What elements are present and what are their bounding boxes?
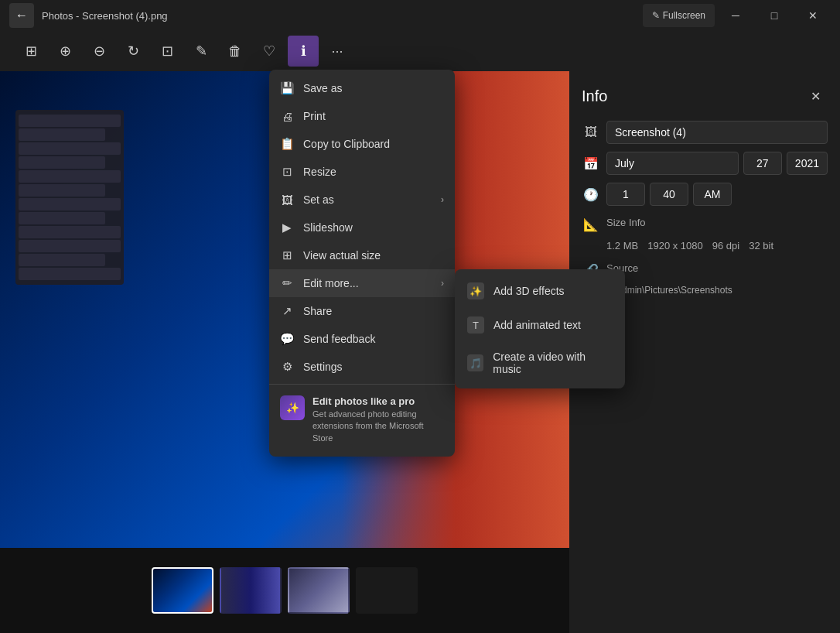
period-field[interactable]: AM (693, 183, 732, 206)
print-icon: 🖨 (280, 109, 294, 123)
favorite-button[interactable]: ♡ (254, 36, 285, 67)
edit-more-icon: ✏ (280, 276, 294, 290)
feedback-icon: 💬 (280, 332, 294, 346)
promo-subtitle: Get advanced photo editing extensions fr… (312, 409, 444, 444)
menu-item-save-as[interactable]: 💾 Save as (269, 74, 455, 102)
menu-separator (269, 384, 455, 385)
day-field[interactable]: 27 (743, 152, 782, 175)
info-close-button[interactable]: ✕ (803, 84, 828, 108)
bit-depth: 32 bit (749, 240, 773, 251)
3d-effects-icon: ✨ (467, 282, 484, 299)
settings-icon: ⚙ (280, 360, 294, 374)
set-as-arrow: › (441, 194, 444, 205)
share-label: Share (303, 305, 444, 317)
minimize-button[interactable]: ─ (718, 4, 753, 27)
menu-item-copy[interactable]: 📋 Copy to Clipboard (269, 130, 455, 158)
month-field[interactable]: July (606, 152, 739, 175)
hour-field[interactable]: 1 (606, 183, 645, 206)
submenu-animated-text[interactable]: T Add animated text (455, 308, 625, 342)
zoom-in-icon: ⊕ (60, 43, 71, 60)
promo-text: Edit photos like a pro Get advanced phot… (312, 395, 444, 444)
date-row: 📅 July 27 2021 (582, 152, 828, 175)
menu-item-share[interactable]: ↗ Share (269, 297, 455, 325)
filename-field[interactable]: Screenshot (4) (606, 121, 828, 144)
menu-item-feedback[interactable]: 💬 Send feedback (269, 325, 455, 353)
menu-item-edit-more[interactable]: ✏ Edit more... › ✨ Add 3D effects T Add … (269, 269, 455, 297)
promo-icon: ✨ (280, 395, 305, 420)
fullscreen-button[interactable]: ✎ Fullscreen (643, 4, 715, 27)
feedback-label: Send feedback (303, 333, 444, 345)
minute-field[interactable]: 40 (650, 183, 688, 206)
view-actual-label: View actual size (303, 249, 444, 262)
share-icon: ↗ (280, 304, 294, 318)
time-fields: 1 40 AM (606, 183, 828, 206)
size-details: 1.2 MB 1920 x 1080 96 dpi 32 bit (582, 240, 828, 251)
close-button[interactable]: ✕ (795, 4, 831, 27)
slideshow-label: Slideshow (303, 221, 444, 234)
zoom-out-icon: ⊖ (94, 43, 105, 60)
draw-icon: ✎ (196, 43, 207, 60)
source-path: ...\admin\Pictures\Screenshots (606, 285, 732, 296)
info-title: Info (582, 87, 607, 105)
more-button[interactable]: ··· (322, 36, 353, 67)
resize-icon: ⊡ (280, 165, 294, 179)
zoom-out-button[interactable]: ⊖ (84, 36, 114, 67)
thumbnail-4[interactable] (356, 567, 418, 614)
promo-title: Edit photos like a pro (312, 395, 444, 407)
menu-item-view-actual[interactable]: ⊞ View actual size (269, 241, 455, 269)
view-actual-icon: ⊞ (280, 248, 294, 262)
copy-label: Copy to Clipboard (303, 138, 444, 150)
submenu-video-music[interactable]: 🎵 Create a video with music (455, 342, 625, 384)
edit-more-submenu: ✨ Add 3D effects T Add animated text 🎵 C… (455, 269, 625, 388)
3d-effects-label: Add 3D effects (493, 285, 565, 297)
more-menu: 💾 Save as 🖨 Print 📋 Copy to Clipboard ⊡ … (269, 70, 455, 457)
crop-icon: ⊡ (162, 43, 173, 60)
settings-label: Settings (303, 361, 444, 373)
thumbnail-strip (0, 548, 569, 633)
menu-promo-item[interactable]: ✨ Edit photos like a pro Get advanced ph… (269, 388, 455, 452)
delete-icon: 🗑 (228, 43, 242, 60)
animated-text-icon: T (467, 316, 484, 334)
thumbnail-2[interactable] (220, 567, 282, 614)
calendar-icon: 📅 (582, 154, 600, 173)
menu-item-slideshow[interactable]: ▶ Slideshow (269, 214, 455, 241)
save-as-label: Save as (303, 82, 444, 94)
draw-button[interactable]: ✎ (186, 36, 217, 67)
menu-item-set-as[interactable]: 🖼 Set as › (269, 186, 455, 214)
info-button[interactable]: ℹ (288, 36, 319, 67)
menu-item-print[interactable]: 🖨 Print (269, 102, 455, 130)
resize-label: Resize (303, 166, 444, 178)
image-icon: 🖼 (582, 123, 600, 142)
crop-button[interactable]: ⊡ (152, 36, 183, 67)
menu-item-settings[interactable]: ⚙ Settings (269, 353, 455, 381)
window-title: Photos - Screenshot (4).png (42, 10, 643, 22)
year-field[interactable]: 2021 (787, 152, 828, 175)
filename-row: 🖼 Screenshot (4) (582, 121, 828, 144)
slideshow-icon: ▶ (280, 221, 294, 234)
dpi: 96 dpi (712, 240, 739, 251)
maximize-button[interactable]: □ (756, 4, 792, 27)
time-row: 🕐 1 40 AM (582, 183, 828, 206)
toolbar: ⊞ ⊕ ⊖ ↻ ⊡ ✎ 🗑 ♡ ℹ ··· (0, 31, 840, 71)
compare-button[interactable]: ⊞ (15, 36, 46, 67)
size-header-row: 📐 Size Info (582, 215, 828, 234)
delete-button[interactable]: 🗑 (220, 36, 251, 67)
titlebar-actions: ✎ Fullscreen ─ □ ✕ (643, 4, 831, 27)
clock-icon: 🕐 (582, 185, 600, 204)
thumbnail-1[interactable] (152, 567, 213, 614)
video-music-label: Create a video with music (493, 351, 613, 375)
zoom-in-button[interactable]: ⊕ (50, 36, 80, 67)
back-button[interactable]: ← (9, 3, 34, 28)
file-size: 1.2 MB (606, 240, 638, 251)
video-music-icon: 🎵 (467, 354, 483, 371)
thumbnail-3[interactable] (288, 567, 350, 614)
edit-more-arrow: › (441, 278, 444, 289)
set-as-icon: 🖼 (280, 193, 294, 207)
submenu-3d-effects[interactable]: ✨ Add 3D effects (455, 274, 625, 308)
info-header: Info ✕ (582, 84, 828, 108)
size-icon: 📐 (582, 215, 600, 234)
menu-item-resize[interactable]: ⊡ Resize (269, 158, 455, 186)
edit-more-label: Edit more... (303, 277, 432, 289)
rotate-button[interactable]: ↻ (118, 36, 149, 67)
animated-text-label: Add animated text (493, 319, 581, 331)
